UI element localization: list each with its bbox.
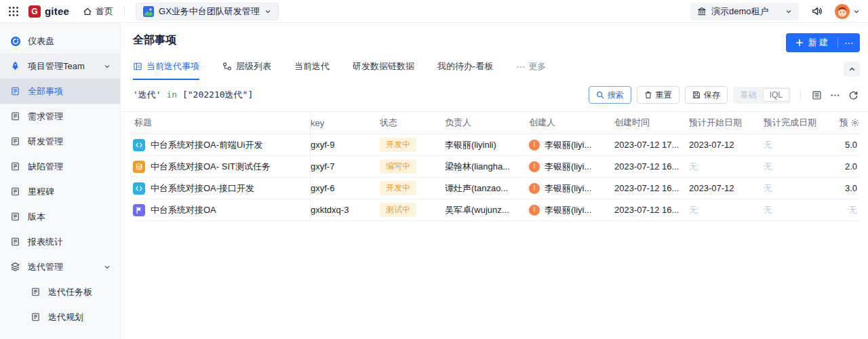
column-header-4: 创建人: [529, 117, 614, 129]
project-name: GX业务中台团队研发管理: [159, 5, 260, 18]
assignee: 吴军卓(wujunz...: [445, 204, 529, 216]
sidebar-item-7[interactable]: 版本: [0, 204, 120, 229]
creator-name: 李银丽(liyi...: [545, 139, 591, 151]
view-tab-2[interactable]: 当前迭代: [294, 60, 330, 80]
ellipsis-icon: ⋯: [516, 62, 525, 72]
detail-list-icon[interactable]: [810, 89, 823, 102]
view-tab-3[interactable]: 研发数据链数据: [353, 60, 414, 80]
assignee: 李银丽(liyinli): [445, 139, 529, 151]
table-row-3[interactable]: 中台系统对接OA gxktdxq-3 测试中 吴军卓(wujunz... l 李…: [133, 199, 860, 221]
reset-button[interactable]: 重置: [637, 86, 679, 104]
column-header-6: 预计开始日期: [689, 117, 764, 129]
query-field: '迭代': [133, 89, 161, 100]
assignee: 梁翰林(liangha...: [445, 161, 529, 173]
column-header-0: 标题: [133, 112, 311, 134]
sidebar-item-5[interactable]: 缺陷管理: [0, 154, 120, 179]
save-button[interactable]: 保存: [685, 86, 728, 104]
more-tabs[interactable]: ⋯更多: [516, 60, 546, 80]
avatar: [835, 4, 850, 19]
status-badge: 开发中: [380, 138, 416, 152]
column-header-5: 创建时间: [614, 117, 689, 129]
sidebar-item-label: 里程碑: [28, 186, 54, 198]
flag-icon: [133, 204, 145, 216]
tab-label: 研发数据链数据: [353, 60, 414, 73]
column-header-1: key: [311, 118, 380, 128]
issue-title[interactable]: 中台系统对接OA-前端Ui开发: [151, 139, 262, 151]
sidebar-item-4[interactable]: 研发管理: [0, 129, 120, 154]
planned-finish-date: 无: [764, 161, 837, 173]
sidebar-item-label: 报表统计: [28, 236, 63, 248]
created-time: 2023-07-12 16...: [614, 205, 689, 215]
tenant-switcher[interactable]: 演示demo租户: [690, 3, 799, 20]
save-icon: [692, 91, 701, 99]
plus-icon: [795, 39, 804, 47]
user-menu[interactable]: [835, 4, 860, 19]
sidebar-item-9[interactable]: 迭代管理: [0, 254, 120, 279]
doc-icon: [9, 237, 21, 247]
issue-key: gxyf-6: [311, 183, 380, 193]
view-tab-0[interactable]: 当前迭代事项: [133, 60, 199, 80]
view-tab-1[interactable]: 层级列表: [222, 60, 271, 80]
tab-label: 层级列表: [236, 60, 271, 73]
apps-grid-icon[interactable]: [8, 6, 19, 17]
creator-avatar: l: [529, 140, 540, 151]
issue-title[interactable]: 中台系统对接OA- SIT测试任务: [151, 161, 271, 173]
query-mode-toggle: 基础 IQL: [733, 87, 791, 104]
query-value: ["202210迭代"]: [182, 89, 253, 100]
mode-basic-option[interactable]: 基础: [734, 88, 763, 102]
chevron-down-icon: [785, 8, 792, 15]
new-item-button[interactable]: 新 建 ⋯: [786, 33, 860, 52]
planned-finish-date: 无: [764, 182, 837, 195]
gitee-logo[interactable]: G gitee: [28, 5, 69, 18]
announcement-icon[interactable]: [810, 4, 824, 18]
stack-icon: [133, 161, 145, 173]
planned-start-date: 2023-07-12: [689, 140, 764, 150]
sidebar-item-10[interactable]: 迭代任务板: [0, 279, 120, 304]
sidebar-item-1[interactable]: 项目管理Team: [0, 54, 120, 79]
search-button[interactable]: 搜索: [589, 86, 631, 104]
trash-icon: [644, 91, 652, 99]
creator-avatar: l: [529, 183, 540, 194]
query-operator: in: [161, 89, 182, 100]
filter-bar: '迭代' in ["202210迭代"] 搜索 重置: [121, 80, 868, 112]
sidebar-item-2[interactable]: 全部事项: [0, 79, 120, 104]
table-row-2[interactable]: 中台系统对接OA-接口开发 gxyf-6 开发中 谭灶声(tanzao... l…: [133, 178, 860, 199]
view-tabs: 当前迭代事项 层级列表 当前迭代 研发数据链数据 我的待办-看板 ⋯更多: [121, 52, 868, 80]
sidebar-item-6[interactable]: 里程碑: [0, 179, 120, 204]
column-settings-gear-icon[interactable]: [850, 118, 860, 127]
created-time: 2023-07-12 16...: [614, 183, 689, 193]
sidebar-item-label: 迭代管理: [28, 261, 63, 273]
gitee-logo-icon: G: [28, 5, 41, 18]
doc-icon: [9, 136, 21, 146]
planned-finish-date: 无: [764, 204, 837, 216]
new-item-more-button[interactable]: ⋯: [838, 33, 860, 52]
column-header-7: 预计完成日期: [764, 117, 837, 129]
refresh-icon[interactable]: [847, 89, 860, 102]
column-header-3: 负责人: [445, 117, 529, 129]
sidebar-item-3[interactable]: 需求管理: [0, 104, 120, 129]
table-row-0[interactable]: 中台系统对接OA-前端Ui开发 gxyf-9 开发中 李银丽(liyinli) …: [133, 134, 860, 156]
sidebar-item-11[interactable]: 迭代规划: [0, 304, 120, 330]
chevron-down-icon: [104, 63, 111, 70]
collapse-filter-button[interactable]: [844, 62, 860, 77]
sidebar-item-8[interactable]: 报表统计: [0, 229, 120, 254]
issues-table: 标题key状态负责人创建人创建时间预计开始日期预计完成日期预 中台系统对接OA-…: [133, 112, 860, 221]
project-switcher[interactable]: GX业务中台团队研发管理: [136, 3, 279, 20]
iql-query-input[interactable]: '迭代' in ["202210迭代"]: [133, 89, 253, 101]
tree-icon: [222, 62, 232, 71]
view-tab-4[interactable]: 我的待办-看板: [437, 60, 493, 80]
code-icon: [133, 182, 145, 195]
chevron-down-icon: [104, 264, 111, 271]
sidebar-item-label: 版本: [28, 211, 45, 223]
sidebar-item-label: 全部事项: [28, 85, 63, 98]
home-link[interactable]: 首页: [83, 5, 113, 18]
more-actions-icon[interactable]: [829, 89, 842, 102]
mode-iql-option[interactable]: IQL: [763, 88, 789, 102]
top-bar: G gitee 首页 GX业务中台团队研发管理 演示de: [0, 0, 868, 23]
created-time: 2023-07-12 16...: [614, 161, 689, 172]
sidebar-item-0[interactable]: 仪表盘: [0, 28, 120, 54]
issue-title[interactable]: 中台系统对接OA: [151, 204, 216, 216]
estimate-value: 5.0: [837, 140, 860, 150]
issue-title[interactable]: 中台系统对接OA-接口开发: [151, 182, 254, 195]
table-row-1[interactable]: 中台系统对接OA- SIT测试任务 gxyf-7 编写中 梁翰林(liangha…: [133, 156, 860, 178]
